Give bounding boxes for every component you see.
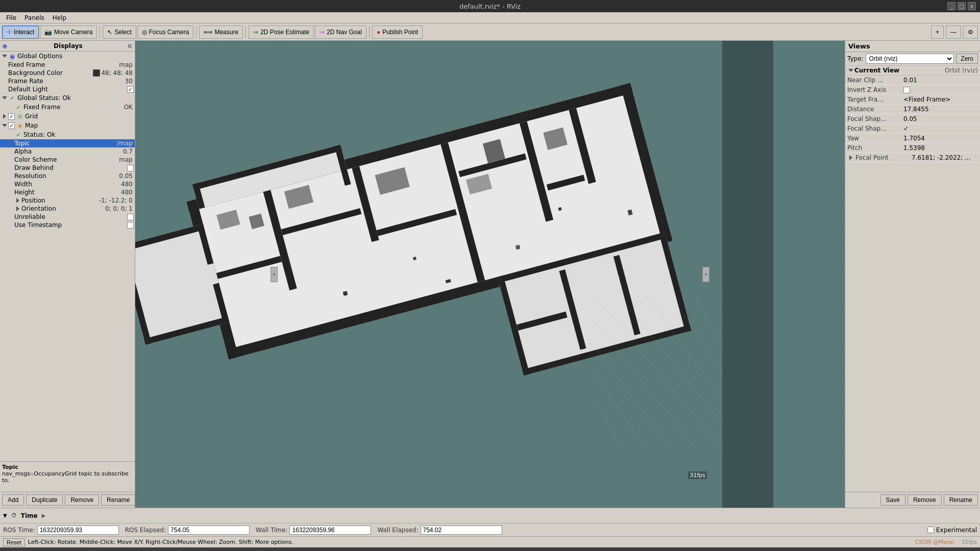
viewport[interactable]: ‹ › 31fps bbox=[135, 41, 845, 508]
map-label: Map bbox=[25, 122, 135, 129]
expand-grid[interactable] bbox=[1, 113, 8, 120]
views-type-label: Type: bbox=[847, 55, 864, 62]
menu-panels[interactable]: Panels bbox=[20, 13, 48, 22]
interact-icon: ✛ bbox=[7, 29, 12, 36]
expand-focal-point[interactable] bbox=[847, 154, 854, 161]
default-light-checkbox[interactable] bbox=[127, 86, 134, 93]
tree-item-height[interactable]: Height 480 bbox=[0, 188, 135, 196]
left-panel-collapse-button[interactable]: ‹ bbox=[271, 267, 278, 282]
2d-pose-button[interactable]: ⇒ 2D Pose Estimate bbox=[249, 26, 314, 39]
2d-nav-button[interactable]: ⇒ 2D Nav Goal bbox=[315, 26, 366, 39]
tree-item-draw-behind[interactable]: Draw Behind bbox=[0, 164, 135, 172]
tree-item-resolution[interactable]: Resolution 0.05 bbox=[0, 172, 135, 180]
tree-item-global-status[interactable]: ✓ Global Status: Ok bbox=[0, 93, 135, 103]
maximize-btn[interactable]: □ bbox=[958, 2, 966, 10]
time-panel-header: ▼ ⏱ Time ▶ bbox=[0, 508, 980, 523]
views-type-select[interactable]: Orbit (rviz) bbox=[866, 54, 954, 64]
views-rename-button[interactable]: Rename bbox=[944, 494, 978, 506]
view-row-focal-shape-1[interactable]: Focal Shap... 0.05 bbox=[845, 114, 980, 124]
view-row-pitch[interactable]: Pitch 1.5398 bbox=[845, 143, 980, 153]
map-checkbox[interactable] bbox=[8, 122, 15, 129]
focus-icon: ◎ bbox=[142, 29, 147, 36]
frame-rate-value: 30 bbox=[125, 78, 135, 85]
tree-item-frame-rate[interactable]: Frame Rate 30 bbox=[0, 77, 135, 85]
duplicate-button[interactable]: Duplicate bbox=[26, 494, 63, 506]
expand-current-view[interactable] bbox=[847, 67, 854, 74]
tree-item-grid[interactable]: ⊞ Grid bbox=[0, 112, 135, 121]
displays-close-button[interactable]: × bbox=[127, 42, 133, 50]
right-panel-collapse-button[interactable]: › bbox=[702, 267, 709, 282]
tree-item-orientation[interactable]: Orientation 0; 0; 0; 1 bbox=[0, 205, 135, 213]
pitch-value: 1.5398 bbox=[903, 144, 978, 152]
tree-item-map-status[interactable]: ✓ Status: Ok bbox=[0, 130, 135, 139]
focus-camera-button[interactable]: ◎ Focus Camera bbox=[137, 26, 194, 39]
description-title: Topic bbox=[2, 464, 133, 470]
unreliable-checkbox[interactable] bbox=[127, 214, 134, 220]
view-row-focal-point[interactable]: Focal Point 7.6181; -2.2022; ... bbox=[845, 153, 980, 163]
tree-item-unreliable[interactable]: Unreliable bbox=[0, 213, 135, 221]
close-btn[interactable]: × bbox=[968, 2, 976, 10]
views-zero-button[interactable]: Zero bbox=[956, 54, 978, 64]
expand-position[interactable] bbox=[14, 197, 21, 204]
tree-item-fixed-frame-status[interactable]: ✓ Fixed Frame OK bbox=[0, 103, 135, 112]
publish-point-button[interactable]: ● Publish Point bbox=[372, 26, 423, 39]
settings-icon-button[interactable]: ⚙ bbox=[963, 26, 978, 39]
remove-display-icon-button[interactable]: — bbox=[946, 26, 961, 39]
wall-elapsed-input[interactable] bbox=[421, 525, 502, 535]
expand-global-options[interactable] bbox=[1, 53, 8, 60]
tree-item-width[interactable]: Width 480 bbox=[0, 180, 135, 188]
add-display-icon-button[interactable]: + bbox=[931, 26, 944, 39]
rename-button[interactable]: Rename bbox=[101, 494, 135, 506]
tree-item-topic[interactable]: Topic /map bbox=[0, 139, 135, 147]
tree-item-alpha[interactable]: Alpha 0.7 bbox=[0, 147, 135, 156]
tree-item-default-light[interactable]: Default Light bbox=[0, 85, 135, 93]
experimental-checkbox[interactable] bbox=[927, 527, 934, 533]
ros-elapsed-input[interactable] bbox=[168, 525, 250, 535]
tree-item-map[interactable]: ◈ Map bbox=[0, 121, 135, 130]
ros-time-label: ROS Time: bbox=[3, 527, 35, 534]
view-row-distance[interactable]: Distance 17.8455 bbox=[845, 105, 980, 114]
minimize-btn[interactable]: _ bbox=[947, 2, 955, 10]
menu-file[interactable]: File bbox=[2, 13, 20, 22]
expand-map[interactable] bbox=[1, 122, 8, 129]
tree-item-background-color[interactable]: Background Color 48; 48; 48 bbox=[0, 69, 135, 77]
tree-item-color-scheme[interactable]: Color Scheme map bbox=[0, 156, 135, 164]
use-timestamp-label: Use Timestamp bbox=[14, 221, 127, 229]
wall-time-input[interactable] bbox=[289, 525, 371, 535]
tree-item-position[interactable]: Position -1; -12.2; 0 bbox=[0, 196, 135, 205]
select-icon: ↖ bbox=[107, 29, 112, 36]
view-row-invert-z[interactable]: Invert Z Axis bbox=[845, 85, 980, 95]
experimental-label: Experimental bbox=[936, 527, 977, 534]
grid-checkbox[interactable] bbox=[8, 113, 15, 120]
tree-item-fixed-frame[interactable]: Fixed Frame map bbox=[0, 61, 135, 69]
move-camera-button[interactable]: 📷 Move Camera bbox=[40, 26, 97, 39]
remove-button[interactable]: Remove bbox=[65, 494, 99, 506]
near-clip-label: Near Clip ... bbox=[847, 77, 903, 84]
views-save-button[interactable]: Save bbox=[880, 494, 905, 506]
view-row-focal-shape-2[interactable]: Focal Shap... ✓ bbox=[845, 124, 980, 134]
add-button[interactable]: Add bbox=[2, 494, 24, 506]
ros-time-input[interactable] bbox=[37, 525, 119, 535]
select-button[interactable]: ↖ Select bbox=[103, 26, 136, 39]
view-row-target-frame[interactable]: Target Fra... <Fixed Frame> bbox=[845, 95, 980, 105]
tree-item-global-options[interactable]: ◉ Global Options bbox=[0, 52, 135, 61]
time-expand-arrow[interactable]: ▼ bbox=[3, 513, 7, 518]
displays-panel: ◉ Displays × ◉ Global Options Fixed Fram… bbox=[0, 41, 135, 508]
view-row-yaw[interactable]: Yaw 1.7054 bbox=[845, 134, 980, 143]
interact-button[interactable]: ✛ Interact bbox=[2, 26, 39, 39]
reset-button[interactable]: Reset bbox=[3, 538, 25, 546]
invert-z-checkbox[interactable] bbox=[903, 87, 910, 93]
use-timestamp-checkbox[interactable] bbox=[127, 222, 134, 229]
background-color-swatch[interactable] bbox=[93, 69, 100, 77]
menu-help[interactable]: Help bbox=[48, 13, 70, 22]
current-view-header[interactable]: Current View Orbit (rviz) bbox=[845, 66, 980, 76]
target-frame-value: <Fixed Frame> bbox=[903, 96, 978, 103]
measure-button[interactable]: ⟺ Measure bbox=[199, 26, 243, 39]
tree-item-use-timestamp[interactable]: Use Timestamp bbox=[0, 221, 135, 229]
expand-global-status[interactable] bbox=[1, 94, 8, 102]
views-remove-button[interactable]: Remove bbox=[908, 494, 942, 506]
view-row-near-clip[interactable]: Near Clip ... 0.01 bbox=[845, 76, 980, 85]
expand-orientation[interactable] bbox=[14, 205, 21, 212]
draw-behind-checkbox[interactable] bbox=[127, 165, 134, 171]
color-scheme-value: map bbox=[119, 156, 135, 163]
